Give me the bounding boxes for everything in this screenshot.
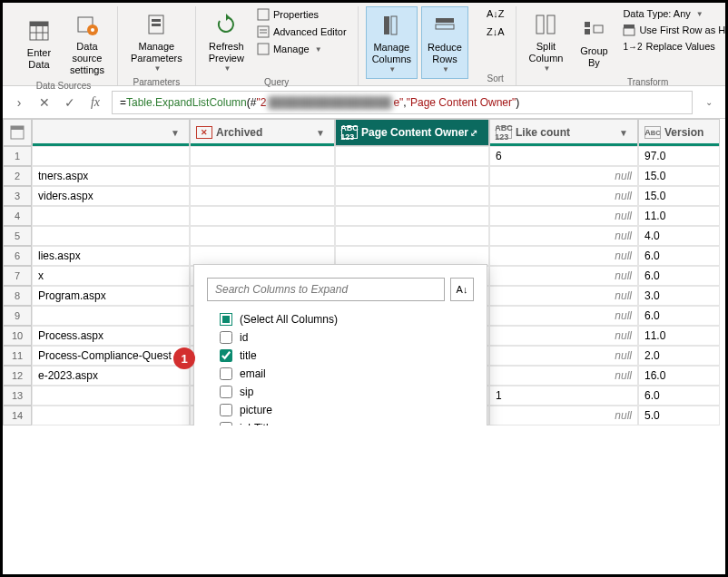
- filter-dropdown-icon[interactable]: ▼: [316, 128, 329, 138]
- row-number[interactable]: 1: [3, 146, 32, 166]
- cell[interactable]: [32, 146, 190, 166]
- formula-expand-button[interactable]: ⌄: [700, 93, 718, 112]
- column-header-archived[interactable]: ✕Archived▼: [190, 119, 335, 146]
- cell[interactable]: null: [489, 306, 638, 326]
- cell[interactable]: 6: [489, 146, 638, 166]
- formula-cancel-button[interactable]: ✕: [35, 93, 54, 112]
- cell[interactable]: viders.aspx: [32, 186, 190, 206]
- select-all-row[interactable]: (Select All Columns): [207, 310, 474, 328]
- cell[interactable]: lies.aspx: [32, 246, 190, 266]
- tristate-checkbox[interactable]: [220, 313, 232, 326]
- column-checkbox[interactable]: [220, 349, 232, 362]
- cell[interactable]: 3.0: [638, 286, 720, 306]
- column-option-jobTitle[interactable]: jobTitle: [207, 419, 474, 425]
- manage-parameters-button[interactable]: Manage Parameters▼: [125, 6, 188, 77]
- cell[interactable]: null: [489, 326, 638, 346]
- column-checkbox[interactable]: [220, 367, 232, 380]
- row-number[interactable]: 9: [3, 306, 32, 326]
- cell[interactable]: null: [489, 246, 638, 266]
- table-row[interactable]: 6lies.aspxnull6.0: [3, 246, 725, 266]
- cell[interactable]: 1: [489, 386, 638, 406]
- cell[interactable]: 97.0: [638, 146, 720, 166]
- cell[interactable]: [190, 246, 335, 266]
- cell[interactable]: 6.0: [638, 386, 720, 406]
- cell[interactable]: null: [489, 346, 638, 366]
- column-option-title[interactable]: title: [207, 347, 474, 365]
- row-number[interactable]: 6: [3, 246, 32, 266]
- first-row-headers-button[interactable]: Use First Row as Headers▼: [619, 22, 728, 38]
- row-number[interactable]: 4: [3, 206, 32, 226]
- row-number[interactable]: 2: [3, 166, 32, 186]
- filter-dropdown-icon[interactable]: ▼: [619, 128, 632, 138]
- replace-values-button[interactable]: 1→2Replace Values: [619, 39, 728, 54]
- cell[interactable]: 11.0: [638, 326, 720, 346]
- cell[interactable]: null: [489, 166, 638, 186]
- cell[interactable]: null: [489, 366, 638, 386]
- row-number[interactable]: 11: [3, 346, 32, 366]
- cell[interactable]: null: [489, 186, 638, 206]
- column-header-blank[interactable]: ▼: [32, 119, 190, 146]
- cell[interactable]: null: [489, 406, 638, 425]
- cell[interactable]: tners.aspx: [32, 166, 190, 186]
- row-number[interactable]: 10: [3, 326, 32, 346]
- table-row[interactable]: 3viders.aspxnull15.0: [3, 186, 725, 206]
- column-header-version[interactable]: ABCVersion: [638, 119, 720, 146]
- cell[interactable]: [32, 306, 190, 326]
- expand-icon[interactable]: ⤢: [470, 128, 483, 138]
- cell[interactable]: [32, 406, 190, 425]
- advanced-editor-button[interactable]: Advanced Editor: [253, 24, 350, 40]
- cell[interactable]: [335, 146, 489, 166]
- cell[interactable]: null: [489, 266, 638, 286]
- cell[interactable]: [335, 186, 489, 206]
- sort-desc-button[interactable]: Z↓A: [483, 24, 508, 39]
- cell[interactable]: Program.aspx: [32, 286, 190, 306]
- group-by-button[interactable]: Group By: [572, 6, 615, 77]
- column-checkbox[interactable]: [220, 422, 232, 425]
- cell[interactable]: Process.aspx: [32, 326, 190, 346]
- column-checkbox[interactable]: [220, 386, 232, 398]
- cell[interactable]: 16.0: [638, 366, 720, 386]
- row-number[interactable]: 13: [3, 386, 32, 406]
- cell[interactable]: [335, 246, 489, 266]
- data-source-settings-button[interactable]: Data source settings: [64, 6, 110, 81]
- cell[interactable]: 15.0: [638, 166, 720, 186]
- cell[interactable]: 4.0: [638, 226, 720, 246]
- row-number[interactable]: 5: [3, 226, 32, 246]
- refresh-preview-button[interactable]: Refresh Preview▼: [203, 6, 250, 77]
- cell[interactable]: [32, 386, 190, 406]
- table-icon-cell[interactable]: [3, 119, 32, 146]
- cell[interactable]: 5.0: [638, 406, 720, 425]
- cell[interactable]: null: [489, 286, 638, 306]
- column-header-like-count[interactable]: ABC123Like count▼: [489, 119, 638, 146]
- formula-accept-button[interactable]: ✓: [61, 93, 79, 112]
- search-columns-input[interactable]: [207, 278, 445, 301]
- cell[interactable]: 6.0: [638, 306, 720, 326]
- cell[interactable]: Process-Compliance-Quest: [32, 346, 190, 366]
- cell[interactable]: 11.0: [638, 206, 720, 226]
- column-option-id[interactable]: id: [207, 328, 474, 347]
- sort-asc-button[interactable]: A↓Z: [483, 6, 508, 21]
- cell[interactable]: 6.0: [638, 246, 720, 266]
- reduce-rows-button[interactable]: Reduce Rows▼: [421, 6, 468, 79]
- cell[interactable]: [335, 166, 489, 186]
- properties-button[interactable]: Properties: [253, 6, 350, 23]
- row-number[interactable]: 12: [3, 366, 32, 386]
- panel-expand-button[interactable]: ›: [10, 93, 28, 112]
- cell[interactable]: 6.0: [638, 266, 720, 286]
- table-row[interactable]: 2tners.aspxnull15.0: [3, 166, 725, 186]
- row-number[interactable]: 14: [3, 406, 32, 425]
- cell[interactable]: [32, 206, 190, 226]
- column-option-picture[interactable]: picture: [207, 401, 474, 419]
- sort-columns-button[interactable]: A↓: [450, 278, 474, 301]
- cell[interactable]: x: [32, 266, 190, 286]
- cell[interactable]: null: [489, 226, 638, 246]
- cell[interactable]: [190, 186, 335, 206]
- row-number[interactable]: 8: [3, 286, 32, 306]
- enter-data-button[interactable]: Enter Data: [17, 6, 61, 81]
- manage-columns-button[interactable]: Manage Columns▼: [366, 6, 418, 79]
- row-number[interactable]: 7: [3, 266, 32, 286]
- cell[interactable]: [32, 226, 190, 246]
- filter-dropdown-icon[interactable]: ▼: [171, 128, 183, 138]
- cell[interactable]: [335, 226, 489, 246]
- manage-button[interactable]: Manage▼: [253, 41, 350, 57]
